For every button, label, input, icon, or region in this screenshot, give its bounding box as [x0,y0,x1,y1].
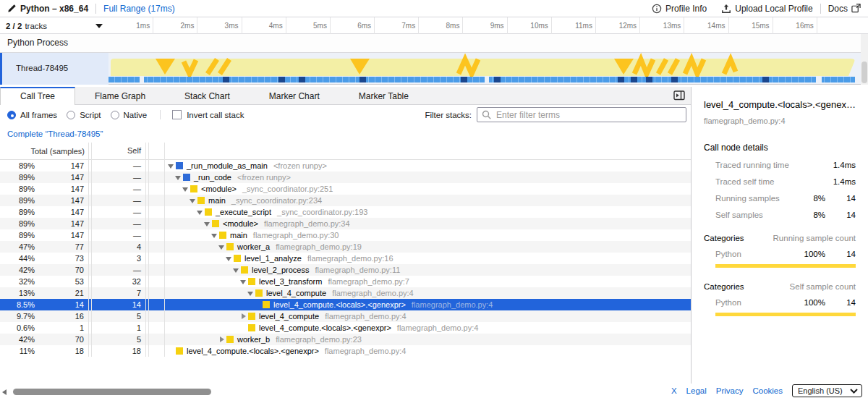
sidebar-toggle-icon[interactable] [673,90,685,101]
upload-button[interactable]: Upload Local Profile [714,4,820,14]
call-tree-row[interactable]: 8.5%1414level_4_compute.<locals>.<genexp… [0,299,691,310]
twisty-expanded-icon[interactable] [225,253,234,264]
icon-cell [148,206,164,218]
process-track-header[interactable]: Python Process [0,34,868,53]
call-tree-row[interactable]: 47%774worker_aflamegraph_demo.py:19 [0,241,691,253]
tree-cell: level_4_computeflamegraph_demo.py:4 [164,287,691,299]
call-tree-row[interactable]: 89%147—mainflamegraph_demo.py:30 [0,229,691,241]
twisty-expanded-icon[interactable] [247,287,255,299]
invert-label: Invert call stack [187,111,244,119]
total-percent: 89% [0,195,35,206]
language-value: English (US) [798,386,850,395]
thread-activity-graph[interactable] [109,53,861,84]
twisty-expanded-icon[interactable] [203,218,212,229]
twisty-expanded-icon[interactable] [174,172,183,183]
vertical-scrollbar-thumb[interactable] [861,62,867,83]
twisty-expanded-icon[interactable] [167,160,176,172]
call-tree-row[interactable]: 42%705worker_bflamegraph_demo.py:23 [0,334,691,345]
category-label: Python [715,250,798,258]
call-tree-row[interactable]: 89%147—_execute_script_sync_coordinator.… [0,206,691,218]
twisty-expanded-icon[interactable] [218,241,226,253]
tree-cell: _run_module_as_main<frozen runpy> [164,160,691,172]
twisty-expanded-icon[interactable] [210,229,219,241]
total-percent: 89% [0,160,35,172]
ruler-tick-label: 3ms [195,17,239,34]
tab-marker-table[interactable]: Marker Table [339,87,428,104]
call-tree-row[interactable]: 13%217level_4_computeflamegraph_demo.py:… [0,287,691,299]
twisty-collapsed-icon[interactable] [218,334,226,345]
footer-link-privacy[interactable]: Privacy [716,386,744,395]
self-cell: 18 [91,345,148,357]
file-location: flamegraph_demo.py:4 [397,322,479,334]
call-tree-row[interactable]: 11%1818level_4_compute.<locals>.<genexpr… [0,345,691,357]
category-color-icon [197,197,205,204]
call-tree-row[interactable]: 0.6%11level_4_compute.<locals>.<genexpr>… [0,322,691,334]
tracks-dropdown[interactable]: 2 / 2 tracks [0,17,109,34]
ruler-tick-label: 16ms [770,17,814,34]
full-range-link[interactable]: Full Range (17ms) [96,4,182,14]
category-color-icon [219,232,226,239]
total-cell: 89%147 [0,218,91,229]
total-cell: 11%18 [0,345,91,357]
call-tree-row[interactable]: 89%147—_run_code<frozen runpy> [0,172,691,183]
breadcrumb[interactable]: Complete “Thread-78495” [7,130,103,138]
call-tree-row[interactable]: 44%733level_1_analyzeflamegraph_demo.py:… [0,253,691,264]
call-tree-row[interactable]: 32%5332level_3_transformflamegraph_demo.… [0,276,691,287]
total-percent: 42% [0,334,35,345]
scroll-left-arrow-icon[interactable] [2,389,7,395]
call-tree-row[interactable]: 9.7%165level_4_computeflamegraph_demo.py… [0,310,691,322]
twisty-expanded-icon[interactable] [232,264,241,276]
ruler-tick-label: 5ms [284,17,327,34]
tab-call-tree[interactable]: Call Tree [0,87,75,105]
footer-link-legal[interactable]: Legal [686,386,707,395]
twisty-expanded-icon[interactable] [189,195,197,206]
total-percent: 89% [0,229,35,241]
horizontal-scrollbar[interactable] [0,388,231,397]
pencil-icon [7,4,17,13]
category-value: 14 [825,298,856,307]
detail-label: Self samples [715,211,798,219]
call-tree-row[interactable]: 42%70—level_2_processflamegraph_demo.py:… [0,264,691,276]
invert-call-stack-checkbox[interactable]: Invert call stack [160,110,244,119]
call-tree-row[interactable]: 89%147—_run_module_as_main<frozen runpy> [0,160,691,172]
footer-link-cookies[interactable]: Cookies [752,386,783,395]
filter-input[interactable] [477,107,686,122]
horizontal-scrollbar-thumb[interactable] [13,389,211,395]
docs-button[interactable]: Docs [821,4,868,14]
footer-link-x[interactable]: X [671,386,677,395]
file-location: flamegraph_demo.py:30 [253,229,339,241]
icon-cell [148,229,164,241]
total-count: 147 [35,160,91,172]
twisty-collapsed-icon[interactable] [239,310,248,322]
timeline-ruler[interactable]: 2 / 2 tracks 1ms2ms3ms4ms5ms6ms7ms8ms9ms… [0,17,868,34]
column-divider [91,143,92,357]
tree-cell: main_sync_coordinator.py:234 [164,195,691,206]
thread-track-label[interactable]: Thread-78495 [0,53,109,85]
call-tree-row[interactable]: 89%147—main_sync_coordinator.py:234 [0,195,691,206]
radio-all-frames[interactable]: All frames [7,111,57,119]
profile-info-button[interactable]: Profile Info [644,4,714,14]
tab-marker-chart[interactable]: Marker Chart [250,87,339,104]
tab-stack-chart[interactable]: Stack Chart [165,87,250,104]
call-tree-row[interactable]: 89%147—<module>flamegraph_demo.py:34 [0,218,691,229]
radio-native[interactable]: Native [111,111,148,119]
twisty-expanded-icon[interactable] [196,206,205,218]
function-name: _run_module_as_main [187,160,268,172]
detail-label: Traced running time [715,161,798,169]
twisty-placeholder [254,299,263,310]
twisty-expanded-icon[interactable] [239,276,248,287]
tab-flame-graph[interactable]: Flame Graph [75,87,165,104]
language-select[interactable]: English (US) [792,384,862,397]
vertical-scrollbar[interactable] [861,34,868,85]
total-cell: 89%147 [0,206,91,218]
total-count: 147 [35,183,91,195]
icon-cell [148,183,164,195]
detail-percent [798,177,825,186]
category-color-icon [226,336,234,343]
call-tree-row[interactable]: 89%147—<module>_sync_coordinator.py:251 [0,183,691,195]
twisty-expanded-icon[interactable] [182,183,190,195]
radio-script[interactable]: Script [67,111,101,119]
profile-name-button[interactable]: Python – x86_64 [0,4,95,14]
chevron-down-icon [95,24,103,28]
self-cell: — [91,172,148,183]
